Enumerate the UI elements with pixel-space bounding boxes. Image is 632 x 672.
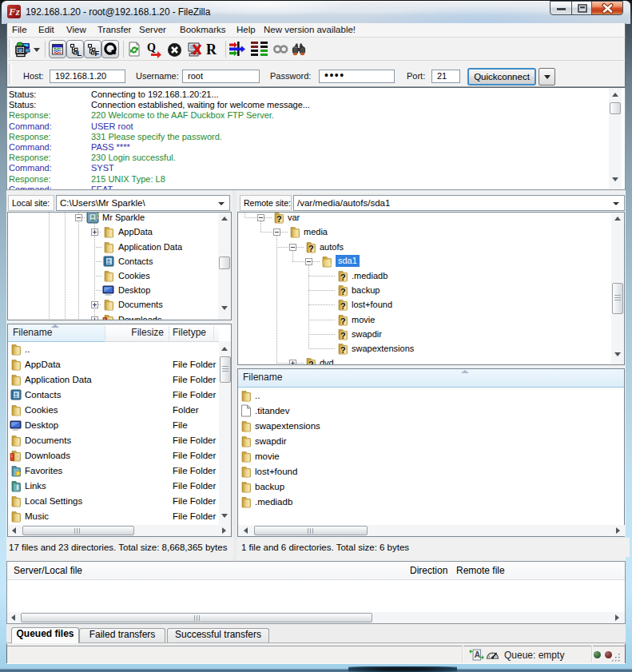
svg-text:A: A [475,650,480,659]
svg-text:Q: Q [147,42,156,54]
svg-text:L: L [77,49,81,57]
svg-text:Fz: Fz [8,6,21,18]
svg-text:F: F [95,49,99,57]
